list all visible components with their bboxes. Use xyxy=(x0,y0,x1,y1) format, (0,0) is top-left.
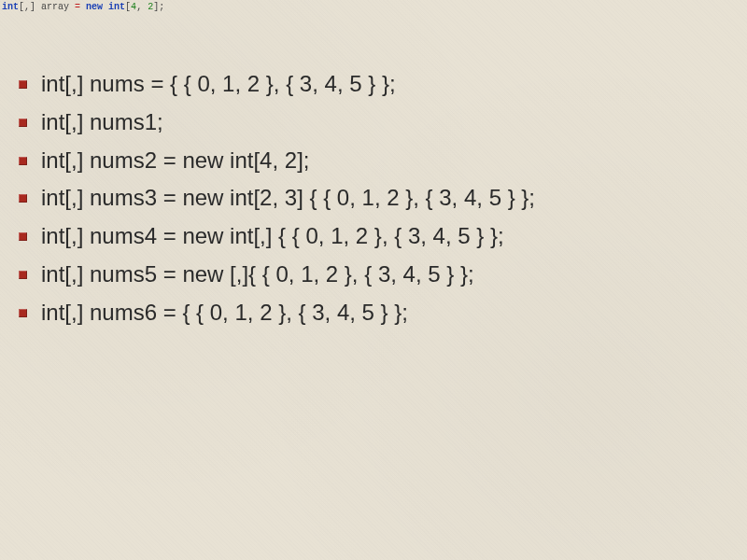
list-item: int[,] nums5 = new [,]{ { 0, 1, 2 }, { 3… xyxy=(35,256,728,294)
list-item: int[,] nums = { { 0, 1, 2 }, { 3, 4, 5 }… xyxy=(35,65,728,104)
code-list: int[,] nums = { { 0, 1, 2 }, { 3, 4, 5 }… xyxy=(35,65,728,332)
header-eq: = xyxy=(75,2,86,12)
header-comma: , xyxy=(136,2,148,12)
list-item: int[,] nums2 = new int[4, 2]; xyxy=(35,142,728,180)
header-new: new xyxy=(86,2,108,12)
header-bracket: [,] xyxy=(19,2,41,12)
header-dims-close: ]; xyxy=(153,2,164,12)
slide-content: int[,] nums = { { 0, 1, 2 }, { 3, 4, 5 }… xyxy=(0,65,747,332)
header-var: array xyxy=(41,2,75,12)
list-item: int[,] nums6 = { { 0, 1, 2 }, { 3, 4, 5 … xyxy=(35,294,728,332)
header-code-snippet: int[,] array = new int[4, 2]; xyxy=(2,2,164,13)
header-type2: int xyxy=(108,2,125,12)
list-item: int[,] nums3 = new int[2, 3] { { 0, 1, 2… xyxy=(35,179,728,217)
header-type: int xyxy=(2,2,19,12)
list-item: int[,] nums4 = new int[,] { { 0, 1, 2 },… xyxy=(35,217,728,256)
list-item: int[,] nums1; xyxy=(35,104,728,142)
